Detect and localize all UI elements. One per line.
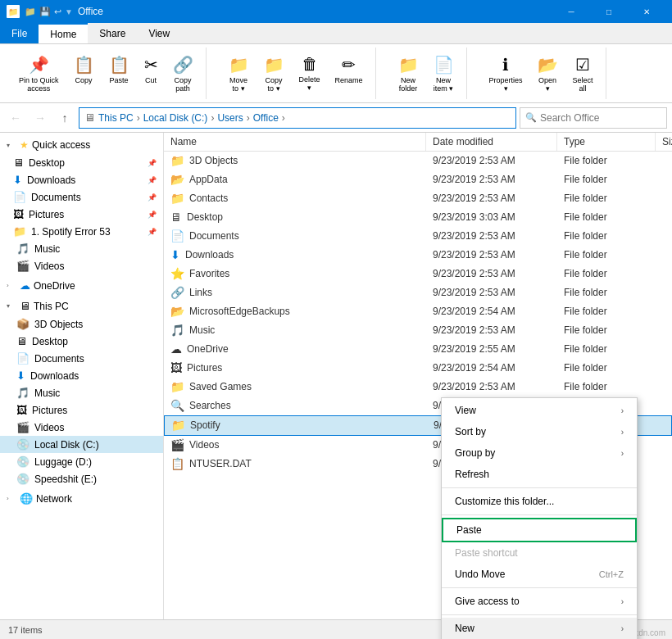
sidebar-item-pictures-pc[interactable]: 🖼 Pictures <box>0 401 163 419</box>
sidebar-thispc-header[interactable]: ▾ 🖥 This PC <box>0 297 163 315</box>
search-input[interactable] <box>540 112 655 124</box>
ctx-view[interactable]: View › <box>442 400 637 421</box>
sidebar-item-desktop-pc[interactable]: 🖥 Desktop <box>0 333 163 350</box>
table-row[interactable]: 🎵 Music 9/23/2019 2:53 AM File folder <box>164 321 672 340</box>
ctx-refresh[interactable]: Refresh <box>442 464 637 485</box>
address-thispc[interactable]: This PC <box>98 112 134 124</box>
tab-home[interactable]: Home <box>39 23 88 43</box>
address-localc[interactable]: Local Disk (C:) <box>143 112 208 124</box>
forward-button[interactable]: → <box>30 107 51 129</box>
ctx-new[interactable]: New › <box>442 618 637 639</box>
sidebar-item-3dobjects-label: 3D Objects <box>34 319 83 330</box>
cut-button[interactable]: ✂ Cut <box>138 51 164 97</box>
ctx-undo-move[interactable]: Undo Move Ctrl+Z <box>442 564 637 585</box>
move-to-button[interactable]: 📁 Moveto ▾ <box>223 51 255 97</box>
ribbon-organize: 📁 Moveto ▾ 📁 Copyto ▾ 🗑 Delete▾ ✏ Rename <box>216 48 376 99</box>
file-cell-name: 🎬 Videos <box>164 436 426 455</box>
table-row[interactable]: ⬇ Downloads 9/23/2019 2:53 AM File folde… <box>164 246 672 265</box>
select-all-button[interactable]: ☑ Selectall <box>567 51 599 97</box>
table-row[interactable]: 📁 Saved Games 9/23/2019 2:53 AM File fol… <box>164 378 672 397</box>
close-button[interactable]: ✕ <box>628 0 665 23</box>
sidebar-item-pictures-label: Pictures <box>29 209 64 220</box>
sidebar-item-documents-quick[interactable]: 📄 Documents 📌 <box>0 188 163 206</box>
rename-icon: ✏ <box>342 55 356 75</box>
table-row[interactable]: ⭐ Favorites 9/23/2019 2:53 AM File folde… <box>164 265 672 283</box>
file-cell-size <box>656 397 672 415</box>
delete-button[interactable]: 🗑 Delete▾ <box>293 51 326 97</box>
tab-file[interactable]: File <box>0 23 39 43</box>
sidebar-item-luggage[interactable]: 💿 Luggage (D:) <box>0 453 163 470</box>
col-size[interactable]: Size <box>656 133 672 151</box>
sidebar-item-3dobjects[interactable]: 📦 3D Objects <box>0 315 163 333</box>
ctx-customize[interactable]: Customize this folder... <box>442 491 637 512</box>
ctx-paste-shortcut[interactable]: Paste shortcut <box>442 542 637 564</box>
minimize-button[interactable]: ─ <box>552 0 590 23</box>
table-row[interactable]: 🖥 Desktop 9/23/2019 3:03 AM File folder <box>164 208 672 227</box>
sidebar: ▾ ★ Quick access 🖥 Desktop 📌 ⬇ Downloads… <box>0 133 164 619</box>
copy-to-button[interactable]: 📁 Copyto ▾ <box>258 51 290 97</box>
file-icon: 📂 <box>170 173 184 186</box>
new-item-button[interactable]: 📄 Newitem ▾ <box>428 51 460 97</box>
pin-to-quick-access-button[interactable]: 📌 Pin to Quickaccess <box>13 51 65 97</box>
table-row[interactable]: 🖼 Pictures 9/23/2019 2:54 AM File folder <box>164 359 672 378</box>
open-button[interactable]: 📂 Open▾ <box>532 51 564 97</box>
sidebar-item-downloads-pc[interactable]: ⬇ Downloads <box>0 367 163 384</box>
table-row[interactable]: 📂 AppData 9/23/2019 2:53 AM File folder <box>164 170 672 189</box>
paste-button[interactable]: 📋 Paste <box>103 51 135 97</box>
file-cell-modified: 9/23/2019 2:54 AM <box>426 359 557 378</box>
table-row[interactable]: 📁 3D Objects 9/23/2019 2:53 AM File fold… <box>164 152 672 170</box>
ctx-view-label: View <box>455 405 476 416</box>
sidebar-item-spotify-error[interactable]: 📁 1. Spotify Error 53 📌 <box>0 223 163 240</box>
window-controls[interactable]: ─ □ ✕ <box>552 0 665 23</box>
ctx-sortby-arrow: › <box>621 428 624 437</box>
ctx-give-access[interactable]: Give access to › <box>442 591 637 612</box>
file-name: Documents <box>189 230 239 242</box>
address-office[interactable]: Office <box>253 112 279 124</box>
col-type[interactable]: Type <box>557 133 656 151</box>
maximize-button[interactable]: □ <box>590 0 628 23</box>
file-name: Music <box>189 324 215 336</box>
sidebar-item-desktop[interactable]: 🖥 Desktop 📌 <box>0 154 163 171</box>
table-row[interactable]: 📄 Documents 9/23/2019 2:53 AM File folde… <box>164 227 672 246</box>
sidebar-onedrive-header[interactable]: › ☁ OneDrive <box>0 276 163 295</box>
table-row[interactable]: 🔗 Links 9/23/2019 2:53 AM File folder <box>164 283 672 302</box>
copy-path-button[interactable]: 🔗 Copypath <box>167 51 199 97</box>
sidebar-item-localc[interactable]: 💿 Local Disk (C:) <box>0 436 163 453</box>
new-folder-button[interactable]: 📁 Newfolder <box>393 51 425 97</box>
sidebar-item-pictures-quick[interactable]: 🖼 Pictures 📌 <box>0 206 163 223</box>
ribbon-bar: 📌 Pin to Quickaccess 📋 Copy 📋 Paste ✂ Cu… <box>0 44 672 103</box>
back-button[interactable]: ← <box>5 107 26 129</box>
sidebar-item-videos-pc[interactable]: 🎬 Videos <box>0 419 163 436</box>
sidebar-item-downloads-quick[interactable]: ⬇ Downloads 📌 <box>0 171 163 188</box>
table-row[interactable]: 📁 Contacts 9/23/2019 2:53 AM File folder <box>164 189 672 208</box>
file-icon: 📂 <box>170 305 184 318</box>
sidebar-item-documents-pc[interactable]: 📄 Documents <box>0 350 163 367</box>
address-bar[interactable]: 🖥 This PC › Local Disk (C:) › Users › Of… <box>79 107 516 129</box>
sidebar-network-header[interactable]: › 🌐 Network <box>0 489 163 508</box>
sidebar-item-music-quick[interactable]: 🎵 Music <box>0 240 163 257</box>
sidebar-item-videos-quick[interactable]: 🎬 Videos <box>0 257 163 274</box>
sidebar-quickaccess-header[interactable]: ▾ ★ Quick access <box>0 136 163 154</box>
address-users[interactable]: Users <box>217 112 243 124</box>
file-cell-modified: 9/23/2019 3:03 AM <box>426 208 557 227</box>
sidebar-item-speedshit[interactable]: 💿 Speedshit (E:) <box>0 470 163 487</box>
ctx-paste[interactable]: Paste <box>442 518 637 542</box>
file-cell-name: ⭐ Favorites <box>164 265 426 283</box>
properties-button[interactable]: ℹ Properties▾ <box>484 51 529 97</box>
copy-button[interactable]: 📋 Copy <box>68 51 100 97</box>
file-cell-name: 🎵 Music <box>164 321 426 340</box>
ctx-groupby[interactable]: Group by › <box>442 442 637 464</box>
file-name: Pictures <box>187 362 222 374</box>
table-row[interactable]: 📂 MicrosoftEdgeBackups 9/23/2019 2:54 AM… <box>164 302 672 321</box>
rename-button[interactable]: ✏ Rename <box>329 51 369 97</box>
col-name[interactable]: Name <box>164 133 426 151</box>
sidebar-item-music-pc[interactable]: 🎵 Music <box>0 384 163 401</box>
col-modified[interactable]: Date modified <box>426 133 557 151</box>
ctx-sortby[interactable]: Sort by › <box>442 421 637 442</box>
tab-share[interactable]: Share <box>88 23 137 43</box>
ctx-sortby-label: Sort by <box>455 426 486 437</box>
tab-view[interactable]: View <box>137 23 181 43</box>
table-row[interactable]: ☁ OneDrive 9/23/2019 2:55 AM File folder <box>164 340 672 359</box>
sidebar-item-documents-pc-label: Documents <box>34 353 84 365</box>
up-button[interactable]: ↑ <box>54 107 75 129</box>
